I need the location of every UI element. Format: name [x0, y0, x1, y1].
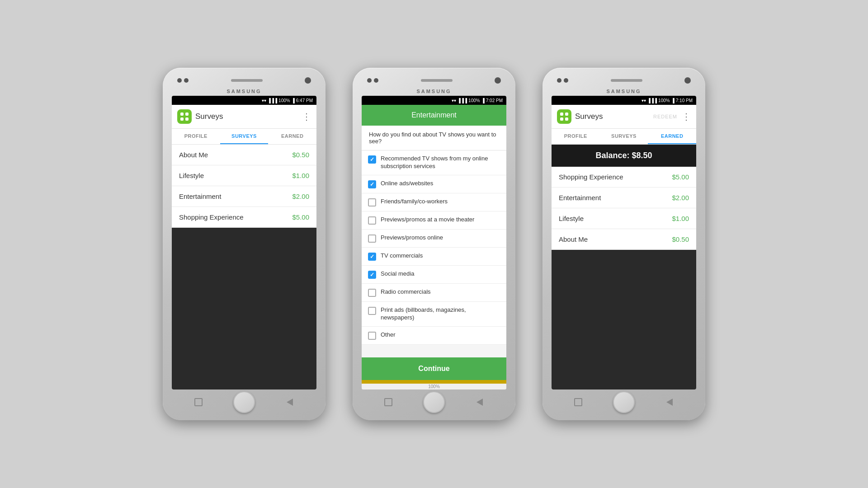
option-text-4: Previews/promos online — [381, 234, 443, 242]
recent-apps-btn-1[interactable] — [190, 394, 207, 410]
recent-apps-btn-3[interactable] — [570, 394, 586, 410]
svg-rect-6 — [560, 117, 563, 121]
phone-2-status-bar: ▾▾ ▐▐▐ 100% ▐ 7:02 PM — [362, 96, 506, 105]
home-btn-3[interactable] — [613, 391, 635, 413]
battery-icon: ▐ — [292, 98, 295, 103]
option-text-3: Previews/promos at a movie theater — [381, 216, 474, 224]
earned-item-3[interactable]: Lifestyle $1.00 — [552, 208, 696, 229]
battery-icon-2: ▐ — [481, 98, 485, 103]
back-btn-1[interactable] — [282, 394, 298, 410]
continue-button[interactable]: Continue — [362, 357, 506, 380]
battery-label-3: 100% — [658, 98, 670, 103]
survey-name-4: Shopping Experience — [179, 213, 244, 221]
status-icons-3: ▾▾ ▐▐▐ 100% ▐ 7:10 PM — [642, 98, 693, 103]
phone-3-top-bar — [548, 76, 700, 89]
recent-apps-btn-2[interactable] — [380, 394, 396, 410]
survey-question: How do you find out about TV shows you w… — [362, 126, 506, 150]
tab-surveys-1[interactable]: SURVEYS — [220, 129, 269, 144]
option-item-2[interactable]: Friends/family/co-workers — [362, 193, 506, 211]
earned-item-2[interactable]: Entertainment $2.00 — [552, 188, 696, 208]
option-item-0[interactable]: Recommended TV shows from my online subs… — [362, 150, 506, 175]
survey-item-4[interactable]: Shopping Experience $5.00 — [172, 207, 316, 228]
checkbox-0[interactable] — [368, 155, 376, 164]
option-item-4[interactable]: Previews/promos online — [362, 230, 506, 248]
back-icon-3 — [666, 399, 673, 406]
tab-earned-1[interactable]: EARNED — [268, 129, 316, 144]
svg-rect-5 — [565, 113, 568, 116]
phone-1-header-left: Surveys — [177, 109, 223, 124]
phone-1-top-bar — [168, 76, 320, 89]
back-btn-3[interactable] — [661, 394, 678, 410]
survey-amount-4: $5.00 — [292, 213, 309, 221]
checkbox-8[interactable] — [368, 307, 376, 315]
earned-amount-4: $0.50 — [672, 235, 689, 243]
phone-dot-1 — [177, 78, 182, 83]
phone-dot-6 — [564, 78, 568, 83]
recent-apps-icon-3 — [574, 398, 582, 406]
svg-rect-0 — [180, 113, 184, 116]
phone-3-tabs: PROFILE SURVEYS EARNED — [552, 129, 696, 145]
tab-profile-3[interactable]: PROFILE — [552, 129, 600, 144]
signal-icon-2: ▐▐▐ — [458, 98, 467, 103]
phone-2-top-bar — [358, 76, 510, 89]
checkbox-2[interactable] — [368, 198, 376, 206]
checkbox-4[interactable] — [368, 235, 376, 243]
phone-1-bottom — [168, 389, 320, 412]
option-item-9[interactable]: Other — [362, 327, 506, 345]
balance-text: Balance: $8.50 — [595, 151, 652, 160]
option-item-1[interactable]: Online ads/websites — [362, 175, 506, 193]
earned-item-4[interactable]: About Me $0.50 — [552, 229, 696, 250]
survey-item-2[interactable]: Lifestyle $1.00 — [172, 165, 316, 186]
balance-header: Balance: $8.50 — [552, 145, 696, 167]
checkbox-1[interactable] — [368, 180, 376, 188]
survey-amount-3: $2.00 — [292, 192, 309, 200]
phone-2-dots — [367, 78, 378, 83]
option-item-8[interactable]: Print ads (billboards, magazines, newspa… — [362, 302, 506, 327]
checkbox-5[interactable] — [368, 253, 376, 261]
phone-3-brand: SAMSUNG — [548, 89, 700, 94]
phone-3-menu-icon[interactable]: ⋮ — [682, 111, 691, 122]
checkbox-7[interactable] — [368, 289, 376, 297]
option-text-7: Radio commercials — [381, 288, 431, 296]
survey-item-1[interactable]: About Me $0.50 — [172, 145, 316, 165]
time-label-3: 7:10 PM — [676, 98, 693, 103]
home-btn-1[interactable] — [233, 391, 255, 413]
svg-rect-2 — [180, 117, 184, 121]
back-btn-2[interactable] — [472, 394, 488, 410]
battery-label: 100% — [278, 98, 290, 103]
option-item-3[interactable]: Previews/promos at a movie theater — [362, 211, 506, 230]
survey-name-2: Lifestyle — [179, 172, 204, 179]
phone-1-app-title: Surveys — [195, 112, 223, 121]
survey-item-3[interactable]: Entertainment $2.00 — [172, 186, 316, 207]
option-item-7[interactable]: Radio commercials — [362, 284, 506, 302]
status-icons-2: ▾▾ ▐▐▐ 100% ▐ 7:02 PM — [452, 98, 503, 103]
progress-bar-fill — [362, 380, 506, 384]
survey-header-title: Entertainment — [411, 111, 457, 119]
phone-1-tabs: PROFILE SURVEYS EARNED — [172, 129, 316, 145]
option-item-6[interactable]: Social media — [362, 266, 506, 284]
survey-name-1: About Me — [179, 151, 208, 159]
tab-earned-3[interactable]: EARNED — [648, 129, 696, 144]
phone-1-camera — [305, 77, 311, 84]
phone-3-header-right: REDEEM ⋮ — [653, 111, 691, 122]
wifi-icon-3: ▾▾ — [642, 98, 646, 103]
phone-1: SAMSUNG ▾▾ ▐▐▐ 100% ▐ 6:47 PM — [163, 68, 326, 420]
back-icon-1 — [287, 399, 293, 406]
checkbox-9[interactable] — [368, 332, 376, 340]
phone-1-menu-icon[interactable]: ⋮ — [302, 111, 311, 122]
tab-profile-1[interactable]: PROFILE — [172, 129, 220, 144]
tab-surveys-3[interactable]: SURVEYS — [600, 129, 648, 144]
checkbox-3[interactable] — [368, 216, 376, 225]
phone-3: SAMSUNG ▾▾ ▐▐▐ 100% ▐ 7:10 PM — [542, 68, 705, 420]
option-item-5[interactable]: TV commercials — [362, 248, 506, 266]
checkbox-6[interactable] — [368, 271, 376, 279]
redeem-button[interactable]: REDEEM — [653, 114, 677, 119]
home-btn-2[interactable] — [423, 391, 445, 413]
phone-dot-4 — [374, 78, 378, 83]
earned-name-1: Shopping Experience — [559, 173, 623, 181]
phone-3-status-bar: ▾▾ ▐▐▐ 100% ▐ 7:10 PM — [552, 96, 696, 105]
survey-name-3: Entertainment — [179, 192, 221, 200]
earned-item-1[interactable]: Shopping Experience $5.00 — [552, 167, 696, 188]
option-text-5: TV commercials — [381, 252, 423, 260]
battery-icon-3: ▐ — [671, 98, 675, 103]
